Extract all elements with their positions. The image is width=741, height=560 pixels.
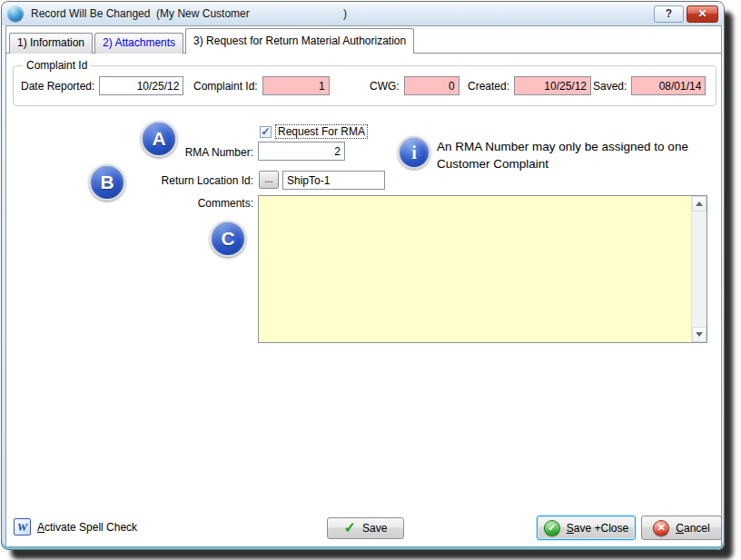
- save-close-check-icon: ✓: [544, 520, 560, 536]
- saved-label: Saved:: [593, 80, 627, 93]
- tab-attachments[interactable]: 2) Attachments: [94, 33, 183, 54]
- date-reported-pair: Date Reported:: [21, 76, 183, 95]
- cancel-button-label: Cancel: [676, 522, 709, 535]
- tab-information[interactable]: 1) Information: [9, 33, 93, 54]
- cancel-button[interactable]: ✕ Cancel: [641, 516, 722, 540]
- comments-label: Comments:: [115, 197, 253, 210]
- word-icon: W: [14, 518, 31, 535]
- request-for-rma-label[interactable]: Request For RMA: [275, 124, 368, 139]
- screen: Record Will Be Changed (My New Customer …: [0, 0, 741, 560]
- complaint-id-pair: Complaint Id:: [193, 76, 330, 95]
- save-close-button-label: Save +Close: [567, 522, 628, 535]
- comments-textarea[interactable]: [259, 196, 691, 342]
- complaint-id-groupbox: Complaint Id Date Reported: Complaint Id…: [13, 59, 716, 106]
- down-arrow-icon: [696, 332, 703, 337]
- rma-number-input[interactable]: [258, 142, 345, 161]
- rma-number-label: RMA Number:: [115, 146, 253, 159]
- title-buttons: ? ✕: [654, 5, 718, 23]
- date-reported-label: Date Reported:: [21, 80, 94, 93]
- created-input[interactable]: [514, 76, 591, 95]
- request-for-rma-row: ✓ Request For RMA: [260, 124, 368, 139]
- save-close-button[interactable]: ✓ Save +Close: [537, 516, 636, 540]
- comments-scrollbar[interactable]: [691, 196, 706, 342]
- tab-strip: 1) Information 2) Attachments 3) Request…: [9, 28, 416, 54]
- comments-box: [258, 195, 707, 343]
- request-for-rma-checkbox[interactable]: ✓: [260, 126, 272, 138]
- up-arrow-icon: [696, 201, 703, 206]
- cancel-x-icon: ✕: [653, 520, 669, 536]
- activate-spell-check[interactable]: W Activate Spell Check: [14, 518, 137, 535]
- save-button-label: Save: [362, 522, 387, 535]
- cwg-label: CWG:: [370, 80, 400, 93]
- save-check-icon: ✓: [344, 521, 356, 535]
- title-bar[interactable]: Record Will Be Changed (My New Customer …: [2, 2, 724, 25]
- window-title: Record Will Be Changed (My New Customer …: [31, 7, 347, 20]
- return-location-input[interactable]: [282, 171, 385, 190]
- created-label: Created:: [468, 80, 509, 93]
- scroll-up-button[interactable]: [692, 196, 706, 211]
- close-button[interactable]: ✕: [687, 5, 718, 23]
- date-reported-input[interactable]: [99, 76, 183, 95]
- complaint-id-input[interactable]: [262, 76, 330, 95]
- groupbox-legend: Complaint Id: [23, 59, 91, 72]
- dialog-client-area: 1) Information 2) Attachments 3) Request…: [5, 25, 722, 547]
- dialog-window: Record Will Be Changed (My New Customer …: [1, 1, 725, 550]
- info-icon: i: [398, 136, 430, 169]
- save-button[interactable]: ✓ Save: [327, 517, 404, 539]
- help-button[interactable]: ?: [654, 5, 684, 23]
- spell-check-label: Activate Spell Check: [37, 521, 137, 534]
- complaint-fields-row: Date Reported: Complaint Id: CWG: Create…: [14, 72, 716, 105]
- tab-request-rma[interactable]: 3) Request for Return Material Authoriza…: [185, 28, 414, 54]
- app-globe-icon: [7, 5, 24, 22]
- return-location-browse-button[interactable]: ...: [259, 171, 279, 189]
- created-pair: Created:: [468, 76, 591, 95]
- saved-input[interactable]: [631, 76, 706, 95]
- complaint-id-label: Complaint Id:: [193, 80, 258, 93]
- cwg-pair: CWG:: [370, 76, 459, 95]
- annotation-badge-c: C: [210, 221, 246, 257]
- saved-pair: Saved:: [593, 76, 706, 95]
- cwg-input[interactable]: [404, 76, 459, 95]
- rma-info-text: An RMA Number may only be assigned to on…: [437, 138, 709, 172]
- return-location-label: Return Location Id:: [115, 174, 253, 187]
- scroll-down-button[interactable]: [692, 327, 706, 342]
